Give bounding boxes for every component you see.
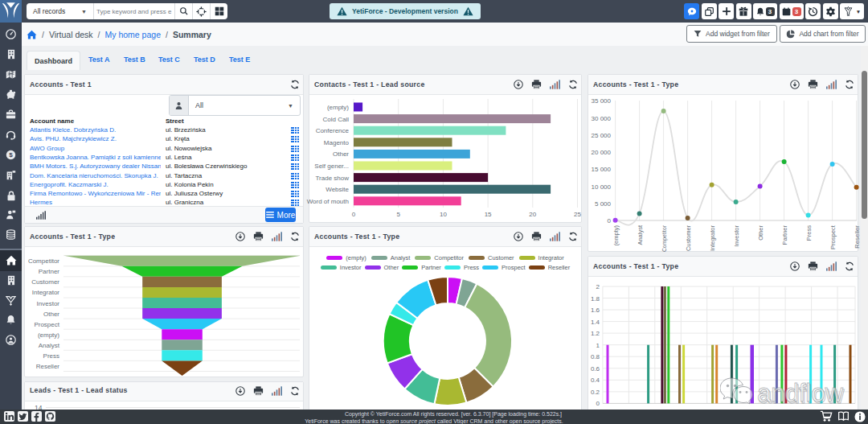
svg-text:Competitor: Competitor (28, 257, 59, 265)
svg-text:Integrator: Integrator (32, 289, 60, 296)
svg-text:Integrator: Integrator (709, 225, 716, 251)
svg-text:Magento: Magento (324, 139, 350, 146)
svg-text:10: 10 (440, 211, 447, 218)
svg-text:Cold Call: Cold Call (323, 116, 350, 123)
svg-text:Conference: Conference (316, 127, 350, 134)
svg-text:25 000: 25 000 (592, 132, 612, 139)
svg-text:(empty): (empty) (612, 225, 620, 246)
svg-text:1.4: 1.4 (591, 319, 600, 326)
svg-text:Press: Press (43, 352, 59, 360)
svg-text:0: 0 (608, 217, 612, 224)
svg-text:15: 15 (485, 211, 492, 218)
svg-text:Reseller: Reseller (854, 224, 861, 249)
svg-text:Customer: Customer (685, 225, 692, 251)
svg-text:0: 0 (596, 400, 600, 407)
svg-text:Partner: Partner (39, 268, 60, 275)
svg-text:(empty): (empty) (38, 331, 59, 339)
svg-text:5 000: 5 000 (595, 200, 612, 208)
svg-text:20 000: 20 000 (592, 149, 612, 156)
svg-text:20: 20 (529, 211, 536, 218)
svg-text:0.4: 0.4 (591, 377, 600, 384)
svg-text:Prospect: Prospect (829, 224, 837, 249)
svg-text:10 000: 10 000 (592, 183, 612, 191)
svg-text:Competitor: Competitor (661, 225, 668, 252)
svg-text:0.2: 0.2 (591, 389, 600, 396)
svg-text:5: 5 (396, 211, 400, 218)
svg-text:1.2: 1.2 (591, 330, 600, 337)
svg-text:35 000: 35 000 (592, 97, 612, 105)
svg-text:Other: Other (757, 225, 764, 241)
svg-text:(empty): (empty) (327, 104, 349, 111)
svg-text:Trade show: Trade show (316, 175, 350, 182)
svg-text:Customer: Customer (31, 278, 59, 286)
svg-text:0.6: 0.6 (591, 365, 600, 373)
svg-text:25: 25 (574, 211, 581, 218)
svg-text:Other: Other (333, 150, 349, 158)
svg-text:Analyst: Analyst (637, 224, 644, 245)
svg-text:Analyst: Analyst (39, 342, 60, 349)
svg-text:1.6: 1.6 (591, 307, 600, 314)
svg-text:Other: Other (43, 311, 59, 318)
svg-text:1.8: 1.8 (591, 295, 600, 303)
svg-text:Word of mouth: Word of mouth (307, 198, 349, 205)
svg-text:Prospect: Prospect (34, 321, 59, 328)
svg-text:1: 1 (596, 342, 600, 349)
svg-text:0.8: 0.8 (591, 353, 600, 360)
svg-text:Reseller: Reseller (36, 363, 60, 370)
svg-text:Investor: Investor (733, 225, 740, 247)
svg-text:2: 2 (596, 283, 600, 290)
svg-text:Investor: Investor (37, 300, 60, 307)
svg-text:30 000: 30 000 (592, 115, 612, 122)
svg-text:0: 0 (352, 211, 356, 218)
svg-text:Website: Website (326, 186, 349, 193)
svg-text:15 000: 15 000 (592, 166, 612, 173)
svg-text:$: $ (9, 151, 13, 158)
svg-text:Self gener...: Self gener... (314, 163, 349, 170)
svg-text:Press: Press (805, 225, 813, 241)
svg-text:Partner: Partner (781, 225, 788, 245)
